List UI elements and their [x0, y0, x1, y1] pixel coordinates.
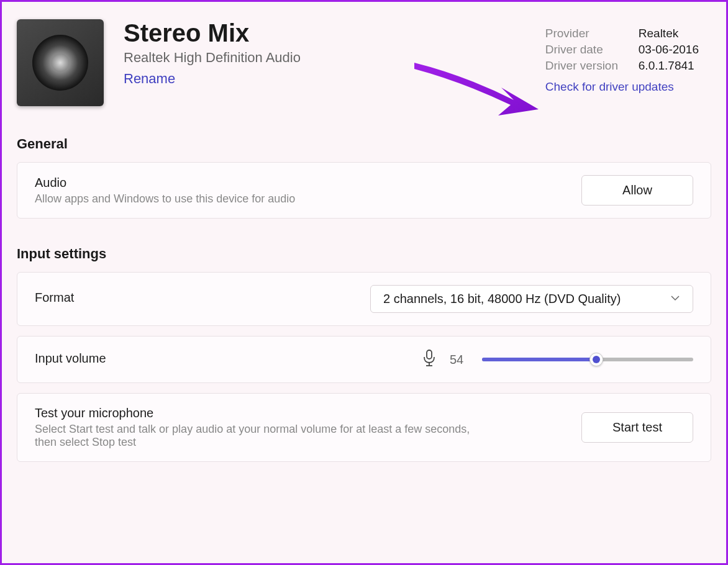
format-card: Format 2 channels, 16 bit, 48000 Hz (DVD… — [17, 272, 711, 326]
svg-rect-0 — [427, 350, 432, 359]
driver-version-label: Driver version — [545, 59, 639, 73]
format-label: Format — [35, 291, 74, 305]
driver-date-label: Driver date — [545, 43, 639, 56]
audio-card-title: Audio — [35, 176, 295, 190]
driver-date-value: 03-06-2016 — [639, 43, 699, 56]
test-mic-title: Test your microphone — [35, 406, 494, 420]
format-value: 2 channels, 16 bit, 48000 Hz (DVD Qualit… — [383, 292, 621, 306]
chevron-down-icon — [670, 292, 680, 306]
volume-value: 54 — [450, 353, 470, 367]
device-speaker-icon — [17, 19, 104, 106]
general-section-title: General — [17, 136, 711, 152]
input-volume-label: Input volume — [35, 351, 106, 366]
audio-card-desc: Allow apps and Windows to use this devic… — [35, 192, 295, 206]
provider-label: Provider — [545, 27, 639, 40]
driver-version-value: 6.0.1.7841 — [639, 59, 694, 73]
volume-slider[interactable] — [482, 353, 693, 366]
rename-link[interactable]: Rename — [124, 71, 175, 87]
provider-value: Realtek — [639, 27, 678, 40]
audio-card: Audio Allow apps and Windows to use this… — [17, 162, 711, 219]
start-test-button[interactable]: Start test — [581, 412, 693, 443]
driver-info-panel: Provider Realtek Driver date 03-06-2016 … — [545, 27, 699, 94]
format-select[interactable]: 2 channels, 16 bit, 48000 Hz (DVD Qualit… — [370, 285, 693, 313]
check-driver-updates-link[interactable]: Check for driver updates — [545, 80, 674, 94]
microphone-icon — [421, 349, 437, 370]
slider-thumb[interactable] — [589, 353, 603, 366]
test-microphone-card: Test your microphone Select Start test a… — [17, 393, 711, 462]
test-mic-desc: Select Start test and talk or play audio… — [35, 423, 494, 449]
input-volume-card: Input volume 54 — [17, 336, 711, 383]
input-settings-section-title: Input settings — [17, 246, 711, 262]
allow-button[interactable]: Allow — [581, 175, 693, 206]
